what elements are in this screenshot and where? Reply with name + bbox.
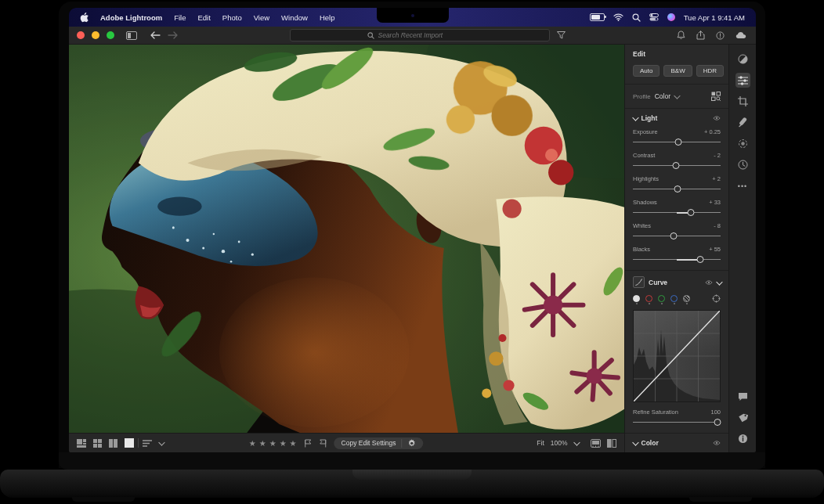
light-section-title[interactable]: Light	[641, 114, 658, 122]
split-view-icon[interactable]	[607, 439, 616, 448]
healing-brush-icon[interactable]	[735, 115, 750, 130]
search-bar[interactable]	[290, 29, 550, 41]
edit-sliders-icon[interactable]	[735, 73, 750, 88]
color-section-title[interactable]: Color	[641, 439, 659, 447]
zoom-chevron-icon[interactable]	[573, 439, 580, 445]
sort-icon[interactable]	[143, 440, 152, 447]
menu-window[interactable]: Window	[281, 13, 308, 22]
slider-track[interactable]	[633, 232, 721, 239]
channel-green-dot[interactable]	[658, 295, 665, 302]
flag-pick-icon[interactable]	[305, 439, 313, 448]
view-toolbar: ★ ★ ★ ★ ★ Copy Edit Se	[69, 433, 624, 452]
back-arrow-icon[interactable]	[150, 31, 161, 39]
notifications-bell-icon[interactable]	[677, 31, 685, 40]
color-collapse-chevron[interactable]	[633, 439, 639, 445]
star-icon[interactable]: ★	[290, 439, 298, 448]
slider-thumb[interactable]	[670, 232, 677, 239]
more-options-icon[interactable]: •••	[735, 178, 750, 193]
slider-thumb[interactable]	[687, 209, 694, 216]
channel-red-dot[interactable]	[645, 295, 652, 302]
slider-thumb[interactable]	[672, 162, 679, 169]
grid-square-view-icon[interactable]	[93, 439, 102, 448]
profile-value-dropdown[interactable]: Color	[655, 92, 670, 100]
share-icon[interactable]	[696, 31, 705, 40]
menu-clock[interactable]: Tue Apr 1 9:41 AM	[684, 13, 745, 22]
slider-highlights: Highlights+ 2	[633, 175, 721, 193]
slider-track[interactable]	[633, 256, 721, 263]
detail-view-icon[interactable]	[125, 438, 134, 448]
slider-track[interactable]	[633, 162, 721, 169]
photo-canvas[interactable]	[69, 45, 624, 433]
forward-arrow-icon[interactable]	[168, 31, 178, 39]
settings-gear-icon[interactable]	[408, 439, 417, 448]
sync-status-icon[interactable]	[716, 31, 725, 40]
cloud-icon[interactable]	[735, 31, 746, 39]
info-icon[interactable]	[735, 431, 750, 446]
star-icon[interactable]: ★	[269, 439, 277, 448]
presets-icon[interactable]	[735, 52, 750, 67]
versions-history-icon[interactable]	[735, 157, 750, 172]
channel-blue-dot[interactable]	[670, 295, 678, 302]
copy-edit-settings-button[interactable]: Copy Edit Settings	[342, 439, 396, 447]
flag-reject-icon[interactable]	[320, 439, 327, 448]
zoom-level-value[interactable]: 100%	[551, 439, 568, 447]
filmstrip-toggle-icon[interactable]	[591, 439, 601, 448]
crop-icon[interactable]	[735, 94, 750, 109]
slider-track[interactable]	[633, 185, 721, 193]
color-visibility-eye-icon[interactable]	[713, 440, 721, 446]
window-close-button[interactable]	[77, 31, 85, 39]
star-icon[interactable]: ★	[280, 439, 287, 448]
slider-thumb[interactable]	[697, 256, 704, 263]
sort-chevron-icon[interactable]	[159, 439, 165, 445]
grid-mixed-view-icon[interactable]	[77, 439, 86, 448]
sidebar-toggle-icon[interactable]	[126, 31, 137, 40]
menu-app-name[interactable]: Adobe Lightroom	[100, 13, 162, 22]
control-center-icon[interactable]	[649, 13, 659, 21]
comments-icon[interactable]	[735, 389, 750, 404]
wifi-icon[interactable]	[613, 13, 623, 21]
menu-help[interactable]: Help	[320, 13, 335, 22]
window-zoom-button[interactable]	[107, 31, 114, 39]
slider-track[interactable]	[633, 209, 721, 216]
star-icon[interactable]: ★	[249, 439, 257, 448]
tone-curve-graph[interactable]	[633, 310, 721, 402]
filter-funnel-icon[interactable]	[557, 31, 566, 39]
targeted-adjustment-icon[interactable]	[712, 294, 721, 303]
menu-view[interactable]: View	[254, 13, 269, 22]
profile-browser-icon[interactable]	[711, 92, 721, 101]
star-icon[interactable]: ★	[259, 439, 267, 448]
apple-logo-icon[interactable]	[80, 13, 89, 23]
spotlight-search-icon[interactable]	[632, 13, 641, 22]
keywords-tag-icon[interactable]	[735, 410, 750, 425]
slider-track[interactable]	[633, 139, 721, 146]
slider-thumb[interactable]	[675, 139, 682, 146]
battery-icon[interactable]	[590, 13, 605, 21]
light-visibility-eye-icon[interactable]	[713, 115, 721, 121]
masking-icon[interactable]	[735, 136, 750, 151]
compare-view-icon[interactable]	[109, 439, 117, 448]
zoom-fit-label[interactable]: Fit	[537, 439, 544, 447]
menu-photo[interactable]: Photo	[222, 13, 242, 22]
slider-thumb[interactable]	[674, 185, 681, 193]
bw-button[interactable]: B&W	[663, 65, 692, 77]
slider-thumb[interactable]	[714, 419, 721, 426]
hdr-button[interactable]: HDR	[696, 65, 724, 77]
channel-rgb-dot[interactable]	[633, 295, 640, 302]
auto-button[interactable]: Auto	[633, 65, 660, 77]
slider-value: - 8	[714, 222, 721, 229]
star-rating[interactable]: ★ ★ ★ ★ ★	[249, 439, 298, 448]
curve-visibility-eye-icon[interactable]	[705, 279, 713, 286]
search-input[interactable]	[378, 31, 472, 39]
light-collapse-chevron[interactable]	[633, 114, 639, 121]
curve-section-title[interactable]: Curve	[649, 279, 667, 286]
channel-parametric-dot[interactable]	[683, 295, 690, 302]
profile-chevron-icon[interactable]	[674, 92, 681, 99]
slider-label: Highlights	[633, 175, 659, 182]
curve-collapse-chevron[interactable]	[716, 279, 722, 285]
slider-track[interactable]	[633, 419, 721, 426]
siri-icon[interactable]	[667, 13, 675, 21]
slider-value: + 55	[709, 246, 721, 253]
menu-file[interactable]: File	[174, 13, 186, 22]
window-minimize-button[interactable]	[92, 31, 99, 39]
menu-edit[interactable]: Edit	[197, 13, 210, 22]
